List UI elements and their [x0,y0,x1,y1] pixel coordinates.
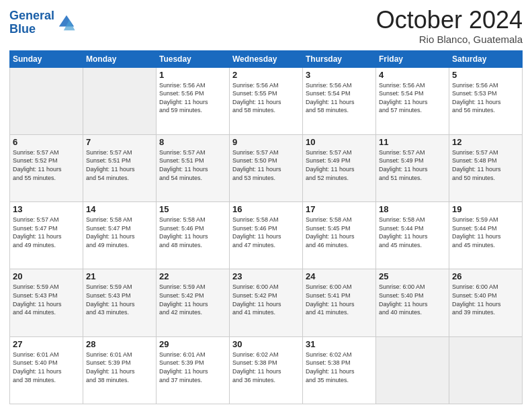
calendar-cell: 2Sunrise: 5:56 AMSunset: 5:55 PMDaylight… [230,67,303,134]
calendar-cell: 15Sunrise: 5:58 AMSunset: 5:46 PMDayligh… [157,202,230,269]
calendar-cell: 6Sunrise: 5:57 AMSunset: 5:52 PMDaylight… [10,134,83,201]
day-number: 11 [379,137,446,147]
cell-info: Sunrise: 6:01 AMSunset: 5:40 PMDaylight:… [13,351,80,384]
calendar-cell: 22Sunrise: 5:59 AMSunset: 5:42 PMDayligh… [157,269,230,336]
day-number: 19 [452,204,519,214]
cell-info: Sunrise: 6:01 AMSunset: 5:39 PMDaylight:… [86,351,153,384]
day-number: 10 [306,137,373,147]
day-number: 9 [232,137,300,147]
day-number: 26 [452,271,519,281]
day-number: 12 [452,137,519,147]
logo-text: GeneralBlue [9,9,54,36]
cell-info: Sunrise: 5:56 AMSunset: 5:53 PMDaylight:… [452,81,519,115]
day-number: 21 [86,271,153,281]
cell-info: Sunrise: 5:56 AMSunset: 5:54 PMDaylight:… [306,81,373,115]
day-number: 2 [232,70,300,80]
day-number: 15 [159,204,226,214]
weekday-monday: Monday [83,50,157,67]
day-number: 13 [13,204,80,214]
week-row-1: 1Sunrise: 5:56 AMSunset: 5:56 PMDaylight… [10,67,523,134]
cell-info: Sunrise: 5:56 AMSunset: 5:56 PMDaylight:… [159,81,226,115]
cell-info: Sunrise: 5:57 AMSunset: 5:49 PMDaylight:… [306,148,373,182]
month-title: October 2024 [376,7,523,34]
calendar-cell: 8Sunrise: 5:57 AMSunset: 5:51 PMDaylight… [157,134,230,201]
calendar-table: SundayMondayTuesdayWednesdayThursdayFrid… [9,50,523,404]
calendar-cell: 21Sunrise: 5:59 AMSunset: 5:43 PMDayligh… [83,269,157,336]
week-row-2: 6Sunrise: 5:57 AMSunset: 5:52 PMDaylight… [10,134,523,201]
cell-info: Sunrise: 5:59 AMSunset: 5:43 PMDaylight:… [13,283,80,316]
day-number: 22 [159,271,226,281]
calendar-cell: 31Sunrise: 6:02 AMSunset: 5:38 PMDayligh… [303,336,376,404]
calendar-cell: 18Sunrise: 5:58 AMSunset: 5:44 PMDayligh… [376,202,449,269]
weekday-header-row: SundayMondayTuesdayWednesdayThursdayFrid… [10,50,523,67]
day-number: 14 [86,204,153,214]
weekday-sunday: Sunday [10,50,83,67]
day-number: 20 [13,271,80,281]
calendar-cell: 1Sunrise: 5:56 AMSunset: 5:56 PMDaylight… [157,67,230,134]
cell-info: Sunrise: 5:58 AMSunset: 5:44 PMDaylight:… [379,216,446,249]
day-number: 8 [159,137,226,147]
week-row-4: 20Sunrise: 5:59 AMSunset: 5:43 PMDayligh… [10,269,523,336]
cell-info: Sunrise: 5:57 AMSunset: 5:51 PMDaylight:… [159,148,226,182]
calendar-cell: 23Sunrise: 6:00 AMSunset: 5:42 PMDayligh… [230,269,303,336]
calendar-cell [376,336,449,404]
calendar-cell: 13Sunrise: 5:57 AMSunset: 5:47 PMDayligh… [10,202,83,269]
cell-info: Sunrise: 5:58 AMSunset: 5:47 PMDaylight:… [86,216,153,249]
cell-info: Sunrise: 6:02 AMSunset: 5:38 PMDaylight:… [232,351,300,384]
cell-info: Sunrise: 5:57 AMSunset: 5:47 PMDaylight:… [13,216,80,249]
calendar-cell [10,67,83,134]
calendar-cell: 9Sunrise: 5:57 AMSunset: 5:50 PMDaylight… [230,134,303,201]
day-number: 25 [379,271,446,281]
calendar-cell: 20Sunrise: 5:59 AMSunset: 5:43 PMDayligh… [10,269,83,336]
calendar-cell: 4Sunrise: 5:56 AMSunset: 5:54 PMDaylight… [376,67,449,134]
day-number: 3 [306,70,373,80]
cell-info: Sunrise: 5:56 AMSunset: 5:54 PMDaylight:… [379,81,446,115]
calendar-cell: 28Sunrise: 6:01 AMSunset: 5:39 PMDayligh… [83,336,157,404]
cell-info: Sunrise: 6:00 AMSunset: 5:42 PMDaylight:… [232,283,300,316]
day-number: 16 [232,204,300,214]
calendar-cell: 19Sunrise: 5:59 AMSunset: 5:44 PMDayligh… [449,202,523,269]
location: Rio Blanco, Guatemala [376,34,523,45]
weekday-thursday: Thursday [303,50,376,67]
day-number: 6 [13,137,80,147]
cell-info: Sunrise: 5:57 AMSunset: 5:51 PMDaylight:… [86,148,153,182]
weekday-tuesday: Tuesday [157,50,230,67]
day-number: 27 [13,339,80,349]
day-number: 17 [306,204,373,214]
cell-info: Sunrise: 5:57 AMSunset: 5:52 PMDaylight:… [13,148,80,182]
day-number: 18 [379,204,446,214]
day-number: 24 [306,271,373,281]
cell-info: Sunrise: 5:59 AMSunset: 5:42 PMDaylight:… [159,283,226,316]
cell-info: Sunrise: 6:00 AMSunset: 5:41 PMDaylight:… [306,283,373,316]
calendar-cell: 5Sunrise: 5:56 AMSunset: 5:53 PMDaylight… [449,67,523,134]
page: GeneralBlue October 2024 Rio Blanco, Gua… [0,0,532,411]
cell-info: Sunrise: 6:00 AMSunset: 5:40 PMDaylight:… [452,283,519,316]
cell-info: Sunrise: 5:57 AMSunset: 5:50 PMDaylight:… [232,148,300,182]
week-row-3: 13Sunrise: 5:57 AMSunset: 5:47 PMDayligh… [10,202,523,269]
day-number: 29 [159,339,226,349]
calendar-cell: 14Sunrise: 5:58 AMSunset: 5:47 PMDayligh… [83,202,157,269]
calendar-cell: 26Sunrise: 6:00 AMSunset: 5:40 PMDayligh… [449,269,523,336]
calendar-cell: 17Sunrise: 5:58 AMSunset: 5:45 PMDayligh… [303,202,376,269]
calendar-cell: 16Sunrise: 5:58 AMSunset: 5:46 PMDayligh… [230,202,303,269]
cell-info: Sunrise: 5:58 AMSunset: 5:45 PMDaylight:… [306,216,373,249]
day-number: 31 [306,339,373,349]
weekday-wednesday: Wednesday [230,50,303,67]
weekday-saturday: Saturday [449,50,523,67]
day-number: 4 [379,70,446,80]
calendar-cell: 3Sunrise: 5:56 AMSunset: 5:54 PMDaylight… [303,67,376,134]
title-block: October 2024 Rio Blanco, Guatemala [376,7,523,45]
day-number: 7 [86,137,153,147]
day-number: 23 [232,271,300,281]
cell-info: Sunrise: 5:59 AMSunset: 5:44 PMDaylight:… [452,216,519,249]
day-number: 28 [86,339,153,349]
logo-icon [57,13,76,32]
calendar-cell: 7Sunrise: 5:57 AMSunset: 5:51 PMDaylight… [83,134,157,201]
calendar-cell: 10Sunrise: 5:57 AMSunset: 5:49 PMDayligh… [303,134,376,201]
day-number: 5 [452,70,519,80]
calendar-cell: 25Sunrise: 6:00 AMSunset: 5:40 PMDayligh… [376,269,449,336]
cell-info: Sunrise: 5:56 AMSunset: 5:55 PMDaylight:… [232,81,300,115]
day-number: 30 [232,339,300,349]
calendar-cell: 30Sunrise: 6:02 AMSunset: 5:38 PMDayligh… [230,336,303,404]
calendar-cell: 24Sunrise: 6:00 AMSunset: 5:41 PMDayligh… [303,269,376,336]
